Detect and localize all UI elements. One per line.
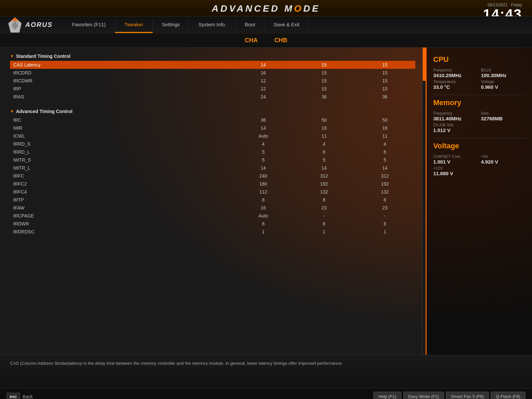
help-button[interactable]: Help (F1) [373, 392, 401, 399]
table-row[interactable]: tRFC2 180 192 192 [10, 180, 415, 188]
table-row[interactable]: tFAW 16 23 23 [10, 204, 415, 212]
left-panel-wrapper: ▼ Standard Timing Control CAS Latency 14… [0, 48, 426, 355]
cas-val: 14 [233, 61, 294, 69]
esc-label: Back [23, 394, 33, 399]
cpu-bclk-value: 100.30MHz [481, 72, 526, 78]
smart-fan-button[interactable]: Smart Fan 5 (F6) [446, 392, 489, 399]
cpu-bclk-label: BCLK [481, 68, 526, 72]
mem-chab-label: Ch A/B Volt [433, 123, 525, 127]
table-row[interactable]: CAS Latency 14 15 15 [10, 61, 415, 69]
left-panel: ▼ Standard Timing Control CAS Latency 14… [0, 48, 422, 355]
table-row[interactable]: tRP 12 15 15 [10, 85, 415, 93]
mem-chab-value: 1.512 V [433, 127, 525, 133]
trcdrd-val: 16 [233, 69, 294, 77]
table-row[interactable]: tRCDWR 12 15 15 [10, 77, 415, 85]
cpu-temp-value: 33.0 °C [433, 84, 478, 90]
chipset-value: 1.001 V [433, 159, 478, 165]
table-row[interactable]: tRAS 24 36 36 [10, 93, 415, 101]
mem-size-value: 32768MB [481, 116, 526, 121]
nav-settings[interactable]: Settings [153, 17, 189, 33]
plus5-label: +5V [481, 154, 526, 159]
nav-tweaker[interactable]: Tweaker [115, 17, 153, 33]
trcdwr-cha: 15 [294, 77, 354, 85]
advanced-timing-header: ▼ Advanced Timing Control [10, 106, 415, 116]
cpu-info-grid: Frequency 3410.20MHz BCLK 100.30MHz Temp… [433, 68, 525, 90]
trp-cha: 15 [294, 85, 354, 93]
nav-favorites[interactable]: Favorites (F11) [63, 17, 115, 33]
sub-nav: CHA CHB [0, 34, 532, 48]
standard-timing-label: Standard Timing Control [16, 54, 70, 59]
table-row[interactable]: tRFC4 112 132 132 [10, 188, 415, 196]
divider-1 [433, 95, 525, 95]
scrollbar-thumb[interactable] [423, 48, 426, 81]
bottom-bar: esc Back Help (F1) Easy Mode (F2) Smart … [0, 388, 532, 399]
help-text: CAS (Column Address Strobe)latency is th… [10, 361, 343, 366]
chipset-label: CHIPSET Core [433, 154, 478, 159]
trcdwr-label: tRCDWR [10, 77, 233, 85]
tras-chb: 36 [354, 93, 415, 101]
easy-mode-button[interactable]: Easy Mode (F2) [403, 392, 444, 399]
cpu-volt-label: Voltage [481, 79, 526, 84]
scrollbar-track[interactable] [422, 48, 426, 355]
table-row[interactable]: tRDWR 8 8 8 [10, 220, 415, 228]
help-area: CAS (Column Address Strobe)latency is th… [0, 355, 532, 388]
table-row[interactable]: tWTR_S 5 5 5 [10, 156, 415, 164]
table-row[interactable]: tRRD_S 4 4 4 [10, 140, 415, 148]
nav-sysinfo[interactable]: System Info. [189, 17, 235, 33]
trp-label: tRP [10, 85, 233, 93]
table-row[interactable]: tRTP 8 8 8 [10, 196, 415, 204]
wolf-icon [7, 17, 23, 33]
voltage-info-grid: CHIPSET Core 1.001 V +5V 4.920 V +12V 11… [433, 154, 525, 176]
table-row[interactable]: tRC 36 50 50 [10, 116, 415, 124]
plus12-label: +12V [433, 166, 478, 171]
nav-boot[interactable]: Boot [235, 17, 264, 33]
aorus-logo: AORUS [7, 17, 53, 33]
cas-label: CAS Latency [10, 61, 233, 69]
cpu-freq-value: 3410.20MHz [433, 72, 478, 78]
cpu-temp-label: Temperature [433, 79, 478, 84]
arrow-icon: ▼ [10, 54, 14, 59]
main-layout: ▼ Standard Timing Control CAS Latency 14… [0, 48, 532, 355]
plus12-value: 11.880 V [433, 171, 478, 176]
right-panel: CPU Frequency 3410.20MHz BCLK 100.30MHz … [426, 48, 532, 355]
nav-items: Favorites (F11) Tweaker Settings System … [63, 17, 525, 33]
cpu-freq-label: Frequency [433, 68, 478, 72]
cas-cha: 15 [294, 61, 354, 69]
advanced-timing-label: Advanced Timing Control [16, 109, 72, 114]
nav-save-exit[interactable]: Save & Exit [264, 17, 309, 33]
cpu-title: CPU [433, 55, 525, 64]
table-row[interactable]: tRRD_L 5 6 6 [10, 148, 415, 156]
standard-timing-table: CAS Latency 14 15 15 tRCDRD 16 15 15 tRC… [10, 61, 415, 101]
sub-nav-chb[interactable]: CHB [271, 36, 291, 45]
advanced-timing-table: tRC 36 50 50 tWR 14 16 16 tCWL Auto 11 1… [10, 116, 415, 236]
tras-val: 24 [233, 93, 294, 101]
tras-cha: 36 [294, 93, 354, 101]
table-row[interactable]: tRCDRD 16 15 15 [10, 69, 415, 77]
mem-size-label: Size [481, 111, 526, 116]
table-row[interactable]: tRFC 240 312 312 [10, 172, 415, 180]
cpu-volt-value: 0.960 V [481, 84, 526, 90]
trcdwr-val: 12 [233, 77, 294, 85]
mem-freq-value: 3811.40MHz [433, 116, 478, 121]
mem-freq-label: Frequency [433, 111, 478, 116]
tras-label: tRAS [10, 93, 233, 101]
aorus-text: AORUS [25, 21, 53, 29]
trcdrd-cha: 15 [294, 69, 354, 77]
trp-val: 12 [233, 85, 294, 93]
voltage-title: Voltage [433, 142, 525, 150]
cas-chb: 15 [354, 61, 415, 69]
sub-nav-cha[interactable]: CHA [241, 36, 261, 45]
esc-key[interactable]: esc [7, 393, 20, 399]
table-row[interactable]: tRCPAGE Auto - - [10, 212, 415, 220]
standard-timing-header: ▼ Standard Timing Control [10, 51, 415, 61]
trp-chb: 15 [354, 85, 415, 93]
table-row[interactable]: tCWL Auto 11 11 [10, 132, 415, 140]
plus5-value: 4.920 V [481, 159, 526, 165]
memory-info-grid: Frequency 3811.40MHz Size 32768MB Ch A/B… [433, 111, 525, 133]
table-row[interactable]: tWR 14 16 16 [10, 124, 415, 132]
arrow-icon-2: ▼ [10, 109, 14, 114]
table-row[interactable]: tRDRDSC 1 1 1 [10, 228, 415, 236]
trcdrd-chb: 15 [354, 69, 415, 77]
qflash-button[interactable]: Q-Flash (F8) [491, 392, 525, 399]
table-row[interactable]: tWTR_L 14 14 14 [10, 164, 415, 172]
